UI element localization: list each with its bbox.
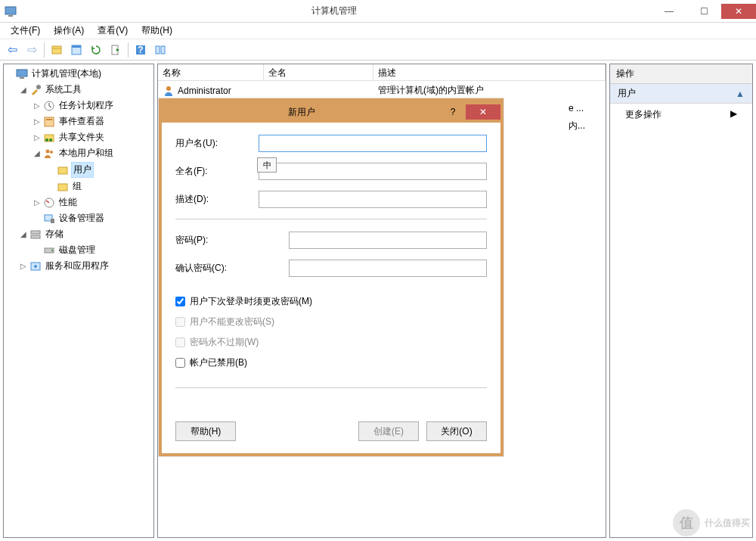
svg-point-17: [45, 138, 48, 141]
dialog-help-button[interactable]: ?: [442, 104, 464, 120]
svg-rect-26: [31, 231, 40, 234]
clock-icon: [43, 100, 55, 112]
account-disabled-checkbox[interactable]: [175, 358, 185, 368]
svg-rect-10: [17, 70, 27, 76]
svg-rect-21: [58, 167, 67, 174]
username-input[interactable]: [259, 135, 487, 152]
svg-rect-11: [20, 77, 24, 79]
folder-shared-icon: [43, 132, 55, 144]
tree-system-tools[interactable]: ◢ 系统工具: [17, 82, 153, 98]
account-disabled-row[interactable]: 帐户已禁用(B): [175, 356, 487, 369]
tree-device-manager[interactable]: 设备管理器: [31, 210, 153, 226]
list-row[interactable]: Administrator 管理计算机(域)的内置帐户: [158, 81, 606, 100]
folder-icon: [57, 181, 69, 193]
minimize-button[interactable]: —: [652, 4, 686, 19]
dialog-title: 新用户: [162, 106, 442, 119]
svg-rect-0: [5, 7, 16, 14]
svg-rect-2: [52, 46, 61, 54]
description-input[interactable]: [259, 191, 487, 208]
password-label: 密码(P):: [175, 234, 289, 247]
menu-file[interactable]: 文件(F): [5, 23, 46, 39]
actions-header: 操作: [610, 64, 752, 84]
toolbar-export-button[interactable]: [107, 41, 125, 59]
password-input[interactable]: [289, 232, 487, 249]
actions-section[interactable]: 用户 ▲: [610, 84, 752, 104]
svg-point-32: [166, 86, 171, 91]
svg-point-31: [34, 265, 37, 268]
toolbar-properties-button[interactable]: [67, 41, 85, 59]
device-icon: [43, 213, 55, 225]
menu-help[interactable]: 帮助(H): [135, 23, 178, 39]
actions-more[interactable]: 更多操作 ▶: [610, 104, 752, 126]
svg-point-12: [36, 85, 41, 89]
must-change-password-checkbox[interactable]: [175, 297, 185, 306]
dialog-titlebar: 新用户 ? ✕: [162, 101, 500, 123]
toolbar-help-button[interactable]: ?: [132, 41, 150, 59]
dialog-close-btn[interactable]: 关闭(O): [426, 421, 487, 441]
computer-icon: [16, 68, 28, 80]
fullname-input[interactable]: [259, 163, 487, 180]
dialog-close-button[interactable]: ✕: [466, 104, 500, 120]
services-icon: [29, 260, 42, 272]
folder-icon: [57, 164, 69, 176]
tree-performance[interactable]: ▷性能: [31, 194, 153, 210]
confirm-password-input[interactable]: [289, 260, 487, 277]
never-expires-checkbox: [175, 337, 185, 347]
tree-storage[interactable]: ◢存储: [17, 226, 153, 242]
col-description[interactable]: 描述: [373, 64, 606, 80]
fullname-label: 全名(F):: [175, 165, 259, 178]
actions-panel: 操作 用户 ▲ 更多操作 ▶: [609, 64, 753, 538]
toolbar-separator: [44, 42, 45, 58]
tree-disk-management[interactable]: 磁盘管理: [31, 242, 153, 258]
col-fullname[interactable]: 全名: [264, 64, 373, 80]
close-button[interactable]: ✕: [721, 4, 756, 19]
cannot-change-password-checkbox: [175, 317, 185, 327]
toolbar-refresh-button[interactable]: [87, 41, 105, 59]
menu-action[interactable]: 操作(A): [48, 23, 90, 39]
tree-users[interactable]: 用户: [45, 161, 153, 179]
must-change-password-row[interactable]: 用户下次登录时须更改密码(M): [175, 295, 487, 308]
tree-groups[interactable]: 组: [45, 179, 153, 194]
disk-icon: [43, 244, 55, 257]
tree-event-viewer[interactable]: ▷事件查看器: [31, 113, 153, 129]
tree-root-node[interactable]: 计算机管理(本地): [4, 66, 153, 82]
dialog-separator: [175, 387, 487, 388]
svg-point-20: [50, 151, 53, 154]
svg-point-19: [46, 149, 50, 153]
tree-services-apps[interactable]: ▷服务和应用程序: [17, 258, 153, 274]
user-icon: [163, 85, 175, 97]
svg-rect-4: [72, 45, 81, 48]
dialog-help-btn[interactable]: 帮助(H): [175, 421, 236, 441]
toolbar-showhide-button[interactable]: [151, 41, 169, 59]
ime-indicator: 中: [257, 157, 277, 173]
username-label: 用户名(U):: [175, 137, 259, 150]
toolbar-separator: [128, 42, 129, 58]
col-name[interactable]: 名称: [158, 64, 264, 80]
svg-rect-9: [161, 46, 165, 54]
storage-icon: [29, 229, 42, 241]
menu-view[interactable]: 查看(V): [91, 23, 134, 39]
svg-rect-25: [51, 219, 54, 223]
tree-shared-folders[interactable]: ▷共享文件夹: [31, 129, 153, 145]
app-icon: [5, 5, 17, 17]
toolbar-up-button[interactable]: [48, 41, 66, 59]
description-label: 描述(D):: [175, 193, 259, 206]
maximize-button[interactable]: ☐: [686, 4, 721, 19]
toolbar-back-button[interactable]: ⇦: [3, 41, 21, 59]
menubar: 文件(F) 操作(A) 查看(V) 帮助(H): [0, 23, 756, 39]
svg-point-29: [51, 250, 53, 251]
new-user-dialog: 新用户 ? ✕ 用户名(U): 全名(F): 描述(D): 密码(P): 确认密…: [159, 98, 503, 456]
watermark: 值 什么值得买: [673, 509, 750, 536]
tree-task-scheduler[interactable]: ▷任务计划程序: [31, 98, 153, 113]
tree-local-users[interactable]: ◢本地用户和组: [31, 145, 153, 161]
never-expires-row: 密码永不过期(W): [175, 336, 487, 349]
toolbar: ⇦ ⇨ ?: [0, 39, 756, 61]
svg-text:?: ?: [138, 45, 143, 55]
window-titlebar: 计算机管理 — ☐ ✕: [0, 0, 756, 23]
event-icon: [43, 116, 55, 128]
svg-rect-27: [31, 235, 40, 238]
tree-panel: 计算机管理(本地) ◢ 系统工具 ▷任务计划程序 ▷事件查看器 ▷共享文件夹 ◢…: [3, 64, 154, 538]
svg-rect-14: [45, 117, 54, 126]
toolbar-forward-button[interactable]: ⇨: [23, 41, 41, 59]
window-title: 计算机管理: [17, 5, 652, 17]
